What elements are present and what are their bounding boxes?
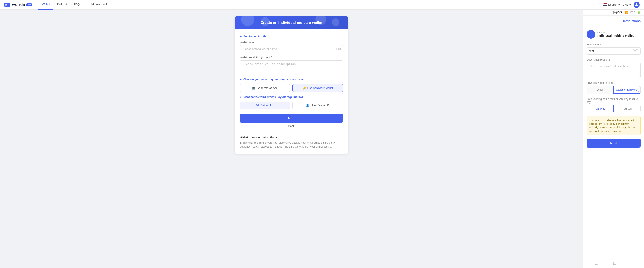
rp-authority-btn[interactable]: Authority <box>586 105 614 112</box>
card-title: Create an individual multisig wallet <box>240 20 343 25</box>
user-yourself-label: User (Yourself) <box>311 104 330 107</box>
rp-wallet-action: Create <box>598 31 634 34</box>
main-layout: Create an individual multisig wallet Set… <box>0 10 644 268</box>
use-hardware-label: Use hardware wallet <box>307 86 333 90</box>
logo[interactable]: W wallet.io Pro <box>4 2 32 7</box>
rp-info-box: This way, the third private key (also ca… <box>586 116 640 135</box>
instructions-section: Wallet creation instructions 1. This way… <box>240 132 343 149</box>
currency-label: CNY <box>622 3 628 6</box>
wallet-name-counter: 0/20 <box>336 48 341 50</box>
rp-safekeeping-label: Safe keeping of the third private key (b… <box>586 98 640 104</box>
language-label: English <box>608 3 618 6</box>
time-display: 下午5:54 <box>612 10 624 14</box>
authorities-btn[interactable]: 🏛 Authorities <box>240 102 290 109</box>
right-panel-body: Create Individual multisig wallet Wallet… <box>583 26 644 258</box>
panel-back-button[interactable]: ← <box>586 18 590 23</box>
authorities-icon: 🏛 <box>256 104 259 107</box>
section-private-key-title: Choose your way of generating a private … <box>240 78 343 81</box>
nav-wallet[interactable]: Wallet <box>38 0 53 10</box>
rp-safe-group: Authority Yourself <box>586 105 640 112</box>
flag-icon <box>603 4 607 6</box>
card-body: Set Wallet Profile Wallet name 0/20 Wall… <box>234 29 348 154</box>
svg-rect-3 <box>589 33 593 36</box>
rp-wallet-meta: Create Individual multisig wallet <box>598 31 634 38</box>
rp-local-btn[interactable]: Local <box>587 86 613 94</box>
rp-wallet-type: Individual multisig wallet <box>598 34 634 38</box>
wallet-desc-group: Wallet description (optional) <box>240 56 343 74</box>
wallet-icon <box>588 32 593 37</box>
logo-text: wallet.io <box>12 3 25 6</box>
user-icon: 👤 <box>306 104 309 107</box>
svg-text:W: W <box>5 4 8 6</box>
rp-wallet-name-counter: 4/20 <box>633 48 638 51</box>
wallet-name-label: Wallet name <box>240 41 343 44</box>
right-panel-header: ← Instructions <box>583 16 644 26</box>
footer-menu-icon[interactable]: ☰ <box>594 261 598 266</box>
nav-divider <box>85 2 85 7</box>
section-profile-title: Set Wallet Profile <box>240 34 343 38</box>
nav-task-list[interactable]: Task list <box>53 0 70 10</box>
footer-back-icon[interactable]: ‹ <box>631 261 633 266</box>
nav-right: English ▾ CNY ▾ <box>603 2 640 8</box>
rp-wallet-name-value: test <box>589 50 594 53</box>
top-navigation: W wallet.io Pro Wallet Task list FAQ Add… <box>0 0 644 10</box>
use-hardware-wallet-btn[interactable]: 🔑 Use hardware wallet <box>292 84 343 92</box>
laptop-icon: 💻 <box>252 86 255 90</box>
instructions-text: 1. This way, the third private key (also… <box>240 141 343 149</box>
card-header: Create an individual multisig wallet <box>234 16 348 29</box>
currency-chevron-icon: ▾ <box>629 3 631 6</box>
rp-private-key-label: Private key generation <box>586 81 640 84</box>
logo-icon: W <box>4 2 11 7</box>
chevron-down-icon: ▾ <box>618 3 620 6</box>
rp-description-label: Description (optional) <box>586 58 640 61</box>
storage-choice-group: 🏛 Authorities 👤 User (Yourself) <box>240 102 343 109</box>
svg-point-2 <box>636 4 637 5</box>
left-area: Create an individual multisig wallet Set… <box>0 10 583 268</box>
rp-description-field: Please enter wallet description <box>586 62 640 78</box>
signal-icon: 📶 <box>625 11 628 14</box>
footer-square-icon[interactable]: □ <box>614 261 616 266</box>
next-button[interactable]: Next <box>240 114 343 123</box>
rp-wallet-info: Create Individual multisig wallet <box>586 30 640 39</box>
currency-selector[interactable]: CNY ▾ <box>622 3 631 6</box>
wallet-desc-label: Wallet description (optional) <box>240 56 343 59</box>
wallet-name-input-wrapper: 0/20 <box>240 45 343 52</box>
create-wallet-card: Create an individual multisig wallet Set… <box>234 16 348 154</box>
avatar-icon <box>634 3 638 7</box>
status-bar: 下午5:54 📶 WiFi 🔋 <box>583 10 644 16</box>
rp-next-button[interactable]: Next <box>586 138 640 148</box>
private-key-choice-group: 💻 Generate at local 🔑 Use hardware walle… <box>240 84 343 92</box>
user-yourself-btn[interactable]: 👤 User (Yourself) <box>292 102 343 109</box>
right-panel: 下午5:54 📶 WiFi 🔋 ← Instructions <box>583 10 644 268</box>
battery-icon: 🔋 <box>637 11 640 14</box>
nav-address-book[interactable]: Address book <box>87 0 111 10</box>
panel-title: Instructions <box>623 19 640 23</box>
wallet-desc-input[interactable] <box>240 60 343 74</box>
logo-badge: Pro <box>26 4 32 6</box>
language-selector[interactable]: English ▾ <box>603 3 620 6</box>
rp-wallet-name-section: Wallet name test 4/20 <box>586 43 640 55</box>
avatar[interactable] <box>634 2 640 8</box>
wallet-name-input[interactable] <box>240 45 343 52</box>
hardware-icon: 🔑 <box>302 86 306 90</box>
rp-wallet-name-field: test 4/20 <box>586 48 640 55</box>
nav-links: Wallet Task list FAQ Address book <box>38 0 111 10</box>
generate-local-btn[interactable]: 💻 Generate at local <box>240 84 290 92</box>
wifi-icon: WiFi <box>630 11 636 14</box>
rp-wallet-icon <box>586 30 595 39</box>
generate-local-label: Generate at local <box>257 86 278 90</box>
rp-gen-group: Local wallet.io hardware <box>586 86 640 94</box>
rp-hardware-btn[interactable]: wallet.io hardware <box>613 86 640 94</box>
back-link[interactable]: Back <box>240 124 343 128</box>
rp-safekeeping-section: Safe keeping of the third private key (b… <box>586 98 640 112</box>
section-storage-title: Choose the third private key storage met… <box>240 95 343 98</box>
rp-private-key-section: Private key generation Local wallet.io h… <box>586 81 640 94</box>
right-panel-footer: ☰ □ ‹ <box>583 258 644 268</box>
rp-description-section: Description (optional) Please enter wall… <box>586 58 640 78</box>
instructions-title: Wallet creation instructions <box>240 136 343 139</box>
nav-faq[interactable]: FAQ <box>70 0 83 10</box>
rp-yourself-btn[interactable]: Yourself <box>614 105 641 112</box>
rp-wallet-name-label: Wallet name <box>586 43 640 46</box>
authorities-label: Authorities <box>260 104 274 107</box>
wallet-name-group: Wallet name 0/20 <box>240 41 343 52</box>
